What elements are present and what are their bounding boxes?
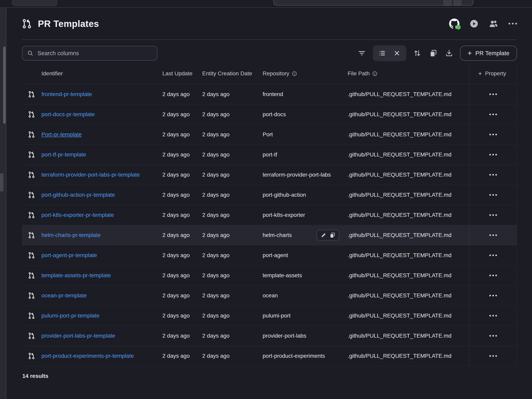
identifier-link[interactable]: port-agent-pr-template [41,252,97,258]
pull-request-icon [28,352,35,360]
table-row[interactable]: ocean-pr-template 2 days ago 2 days ago … [22,285,517,306]
pull-request-icon [28,292,35,299]
table-row[interactable]: port-agent-pr-template 2 days ago 2 days… [22,245,517,266]
row-more-button[interactable] [487,232,499,238]
entity-creation-cell: 2 days ago [202,353,263,359]
add-property-button[interactable]: + Property [469,63,517,84]
column-header-identifier[interactable]: Identifier [41,70,162,77]
identifier-link[interactable]: port-product-experiments-pr-template [41,353,134,359]
add-pr-template-button[interactable]: + PR Template [460,46,517,61]
identifier-link[interactable]: port-docs-pr-template [41,111,95,117]
copy-table-button[interactable] [428,48,438,58]
column-header-file-path[interactable]: File Path [348,70,469,77]
identifier-link[interactable]: pulumi-port-pr-template [41,312,99,319]
row-more-button[interactable] [487,273,499,278]
top-tab[interactable] [12,0,57,6]
repository-value: port-agent [263,252,288,259]
row-more-button[interactable] [487,253,499,258]
table-row[interactable]: pulumi-port-pr-template 2 days ago 2 day… [22,306,517,326]
identifier-link[interactable]: port-tf-pr-template [41,152,86,158]
table-row[interactable]: template-assets-pr-template 2 days ago 2… [22,266,517,285]
table-row[interactable]: provider-port-labs-pr-template 2 days ag… [22,326,517,346]
identifier-link[interactable]: Port-pr-template [41,131,82,138]
last-update-cell: 2 days ago [162,252,202,259]
identifier-link[interactable]: port-k8s-exporter-pr-template [41,212,114,218]
table-row[interactable]: port-tf-pr-template 2 days ago 2 days ag… [22,145,517,165]
run-icon[interactable] [469,19,479,28]
entity-creation-cell: 2 days ago [202,232,263,238]
row-more-button[interactable] [487,91,499,97]
repository-value: template-assets [263,272,302,279]
file-path-cell: .github/PULL_REQUEST_TEMPLATE.md [348,192,469,198]
row-more-button[interactable] [487,212,499,218]
row-more-button[interactable] [487,293,499,298]
pull-request-icon [28,272,35,279]
table-row[interactable]: port-docs-pr-template 2 days ago 2 days … [22,104,517,125]
scrollbar-thumb[interactable] [3,46,6,124]
identifier-link[interactable]: template-assets-pr-template [41,272,111,279]
list-icon [379,50,386,57]
pull-request-icon [28,232,35,239]
row-more-button[interactable] [487,132,499,137]
sort-button[interactable] [412,48,422,58]
row-more-button[interactable] [487,313,499,318]
info-icon [372,71,378,76]
identifier-link[interactable]: port-github-action-pr-template [41,192,115,198]
column-header-repository[interactable]: Repository [263,70,348,77]
github-status-icon[interactable] [449,19,459,29]
last-update-cell: 2 days ago [162,131,202,138]
global-search-bar[interactable] [273,0,473,6]
row-more-button[interactable] [487,353,499,359]
main-panel: PR Templates [6,8,532,399]
table-row[interactable]: helm-charts-pr-template 2 days ago 2 day… [22,225,517,245]
repository-cell: pulumi-port [263,312,348,319]
filter-button[interactable] [357,48,367,58]
column-header-entity-creation-date[interactable]: Entity Creation Date [202,70,263,77]
identifier-link[interactable]: provider-port-labs-pr-template [41,333,115,339]
identifier-link[interactable]: frontend-pr-template [41,91,92,97]
table-row[interactable]: port-k8s-exporter-pr-template 2 days ago… [22,205,517,225]
table-row[interactable]: port-github-action-pr-template 2 days ag… [22,185,517,205]
file-path-cell: .github/PULL_REQUEST_TEMPLATE.md [348,111,469,118]
pull-request-icon [28,191,35,198]
identifier-link[interactable]: terraform-provider-port-labs-pr-template [41,171,140,178]
plus-icon: + [468,50,472,57]
more-options-icon[interactable] [508,23,517,25]
identifier-link[interactable]: ocean-pr-template [41,292,87,298]
edit-icon[interactable] [321,232,327,238]
row-more-button[interactable] [487,112,499,117]
pull-request-icon [28,171,35,178]
entity-creation-cell: 2 days ago [202,212,263,218]
table-body: frontend-pr-template 2 days ago 2 days a… [22,84,517,366]
row-more-button[interactable] [487,152,499,158]
list-view-button[interactable] [377,48,387,58]
search-columns-input[interactable] [37,50,152,57]
clear-view-button[interactable] [392,48,402,58]
download-button[interactable] [444,48,454,58]
pull-request-icon [28,211,35,219]
table-row[interactable]: port-product-experiments-pr-template 2 d… [22,346,517,366]
row-more-button[interactable] [487,172,499,177]
download-icon [445,49,453,57]
row-more-button[interactable] [487,192,499,198]
table-row[interactable]: Port-pr-template 2 days ago 2 days ago P… [22,125,517,145]
add-pr-template-label: PR Template [475,50,509,57]
repository-cell: ocean [263,292,348,299]
repository-cell: provider-port-labs [263,333,348,339]
repository-cell: frontend [263,91,348,97]
entity-creation-cell: 2 days ago [202,131,263,138]
copy-icon[interactable] [329,232,335,238]
info-icon [292,71,297,76]
repository-cell: helm-charts [263,232,348,238]
row-more-button[interactable] [487,333,499,339]
file-path-cell: .github/PULL_REQUEST_TEMPLATE.md [348,232,469,238]
collapsed-panel-handle[interactable] [0,173,3,191]
search-columns-box[interactable] [22,46,157,61]
last-update-cell: 2 days ago [162,353,202,359]
last-update-cell: 2 days ago [162,152,202,158]
table-row[interactable]: terraform-provider-port-labs-pr-template… [22,165,517,185]
column-header-last-update[interactable]: Last Update [162,70,202,77]
identifier-link[interactable]: helm-charts-pr-template [41,232,101,238]
users-icon[interactable] [488,19,499,29]
table-row[interactable]: frontend-pr-template 2 days ago 2 days a… [22,84,517,104]
